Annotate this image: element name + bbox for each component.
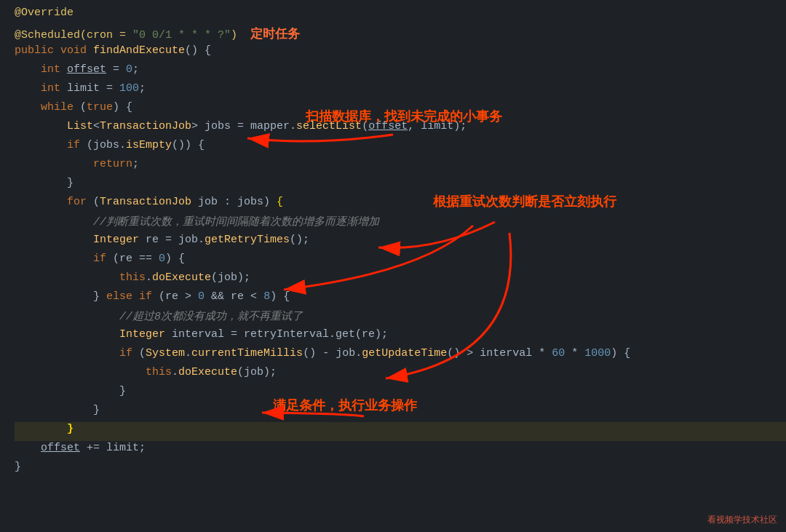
code-line: Integer interval = retryInterval.get(re)…: [15, 327, 786, 346]
indent1: [15, 101, 41, 114]
chinese-comment-scheduled: 定时任务: [250, 25, 300, 42]
code-line: }: [15, 460, 786, 479]
system-call: (: [139, 347, 146, 360]
paren: () {: [185, 44, 211, 57]
code-line: for (TransactionJob job : jobs) {: [15, 195, 786, 214]
kw-if2: if: [93, 253, 113, 265]
semicolon: ;: [132, 63, 139, 76]
doex-args1: (job);: [211, 271, 250, 284]
else-brace: ) {: [270, 290, 290, 303]
indent2: [15, 120, 67, 132]
code-line: }: [15, 422, 786, 441]
num-0c: 0: [198, 290, 205, 303]
num-60: 60: [552, 347, 565, 360]
kw-true: true: [87, 101, 113, 114]
class-tjob2: TransactionJob: [100, 196, 191, 208]
kw-public: public: [15, 44, 60, 57]
kw-else: else: [106, 290, 139, 303]
method-selectlist: selectList: [296, 120, 362, 132]
job-get: ob.: [342, 347, 362, 360]
num-1000: 1000: [584, 347, 611, 360]
watermark: 看视频学技术社区: [707, 514, 777, 526]
indent3: [15, 234, 93, 246]
indent1: [15, 82, 41, 95]
num-100: 100: [119, 82, 139, 95]
num-0: 0: [126, 63, 132, 76]
code-line: while (true) {: [15, 100, 786, 119]
code-line: } else if (re > 0 && re < 8) {: [15, 290, 786, 309]
method-isempty: isEmpty: [126, 139, 172, 151]
kw-int2: int: [41, 82, 67, 95]
while-brace: ) {: [113, 101, 132, 114]
kw-while: while: [41, 101, 80, 114]
kw-void: void: [60, 44, 93, 57]
call-end: ();: [290, 234, 309, 246]
code-body: @Override @Scheduled(cron = "0 0/1 * * *…: [0, 6, 786, 479]
code-line: return;: [15, 157, 786, 176]
dot1: .: [146, 271, 152, 284]
indent1b: [15, 442, 41, 454]
indent3: [15, 404, 93, 416]
close-else: }: [93, 404, 100, 416]
indent4: [15, 385, 119, 397]
indent3: [15, 253, 93, 265]
sys-args: () - j: [303, 347, 342, 360]
method-ctm: currentTimeMillis: [191, 347, 303, 360]
method-doex1: doExecute: [152, 271, 211, 284]
annotation-override: @Override: [15, 7, 74, 19]
indent4: [15, 311, 119, 323]
close-inner-if: }: [119, 385, 126, 397]
generic: <: [93, 120, 100, 132]
code-line: offset += limit;: [15, 441, 786, 460]
code-editor: @Override @Scheduled(cron = "0 0/1 * * *…: [0, 0, 786, 532]
code-line: this.doExecute(job);: [15, 365, 786, 384]
indent4: [15, 347, 119, 360]
indent5: [15, 366, 146, 378]
doex-args2: (job);: [237, 366, 277, 378]
if-brace4: ) {: [611, 347, 630, 360]
semi2: ;: [139, 82, 146, 95]
code-line: int offset = 0;: [15, 63, 786, 82]
and: && re <: [205, 290, 263, 303]
indent2: [15, 423, 67, 435]
re-decl: re = job.: [139, 234, 205, 246]
for-brace: {: [277, 196, 283, 208]
for-open: (: [93, 196, 100, 208]
code-line: int limit = 100;: [15, 82, 786, 100]
indent2: [15, 196, 67, 208]
close-for: }: [67, 423, 74, 435]
else-if-brace: }: [93, 290, 106, 303]
method-doex2: doExecute: [178, 366, 237, 378]
eq: =: [106, 63, 126, 76]
generic-close: > jobs = mapper.: [191, 120, 296, 132]
code-line: if (jobs.isEmpty()) {: [15, 138, 786, 157]
indent4: [15, 271, 119, 284]
sys-end: () > interval *: [447, 347, 552, 360]
method-name: findAndExecute: [93, 44, 185, 57]
code-line: Integer re = job.getRetryTimes();: [15, 233, 786, 252]
indent3: [15, 290, 93, 303]
kw-if4: if: [119, 347, 139, 360]
for-var: job : jobs): [191, 196, 277, 208]
class-list: List: [67, 120, 93, 132]
if-brace1: ()) {: [172, 139, 205, 151]
comma: , limit);: [408, 120, 467, 132]
indent1: [15, 63, 41, 76]
while-cond: (: [80, 101, 87, 114]
class-tjob: TransactionJob: [100, 120, 191, 132]
code-line: public void findAndExecute() {: [15, 44, 786, 63]
method-getrty: getRetryTimes: [205, 234, 290, 246]
indent3: [15, 158, 93, 170]
kw-this2: this: [146, 366, 172, 378]
code-line: if (System.currentTimeMillis() - job.get…: [15, 346, 786, 365]
kw-for: for: [67, 196, 93, 208]
var-offset: offset: [67, 63, 106, 76]
if-re0: (re ==: [113, 253, 159, 265]
code-line: }: [15, 176, 786, 195]
code-line: this.doExecute(job);: [15, 271, 786, 290]
dot2: .: [172, 366, 178, 378]
mul: *: [565, 347, 584, 360]
code-line: if (re == 0) {: [15, 252, 786, 271]
num-8: 8: [263, 290, 270, 303]
code-line: @Scheduled(cron = "0 0/1 * * * ?") 定时任务: [15, 25, 786, 44]
